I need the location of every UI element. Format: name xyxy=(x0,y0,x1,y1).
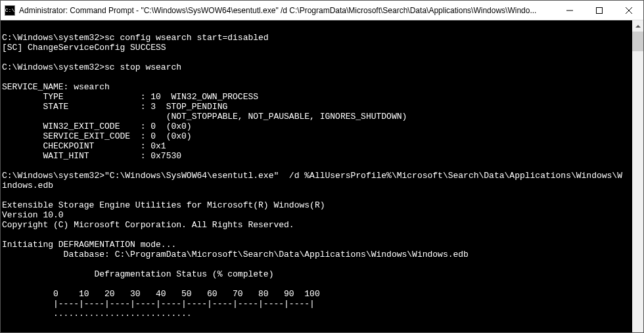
svg-marker-4 xyxy=(635,25,641,28)
maximize-button[interactable] xyxy=(584,1,614,20)
svg-rect-1 xyxy=(596,7,602,13)
window-title: Administrator: Command Prompt - "C:\Wind… xyxy=(19,6,555,15)
vertical-scrollbar[interactable] xyxy=(632,20,643,332)
close-button[interactable] xyxy=(614,1,643,20)
window-controls xyxy=(555,1,643,20)
scroll-thumb[interactable] xyxy=(632,32,643,51)
command-prompt-window: C:\ Administrator: Command Prompt - "C:\… xyxy=(0,0,644,333)
minimize-button[interactable] xyxy=(555,1,584,20)
scroll-up-button[interactable] xyxy=(632,20,643,32)
cmd-icon: C:\ xyxy=(5,5,15,16)
terminal-container: C:\Windows\system32>sc config wsearch st… xyxy=(1,20,643,332)
titlebar[interactable]: C:\ Administrator: Command Prompt - "C:\… xyxy=(1,1,643,20)
terminal-output[interactable]: C:\Windows\system32>sc config wsearch st… xyxy=(1,20,632,332)
